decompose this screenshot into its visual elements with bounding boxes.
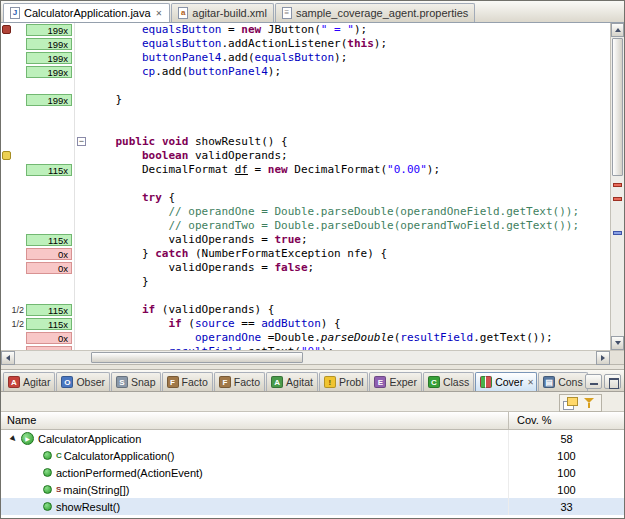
coverage-annotation-column: 199x (13, 51, 74, 65)
code-text[interactable]: equalsButton.addActionListener(this); (87, 37, 610, 51)
code-line: 199x } (1, 93, 610, 107)
horizontal-scroll-track[interactable] (15, 351, 596, 364)
view-tab-agitar[interactable]: AAgitar (3, 372, 55, 391)
editor-tab[interactable]: ≡sample_coverage_agent.properties (275, 3, 475, 22)
method-icon (43, 485, 52, 494)
horizontal-scroll-thumb[interactable] (91, 352, 303, 363)
coverage-count: 115x (26, 234, 72, 246)
view-tab-facto[interactable]: FFacto (214, 372, 265, 391)
marker-column (1, 177, 13, 191)
code-text[interactable]: cp.add(buttonPanel4); (87, 65, 610, 79)
info-mark[interactable] (613, 231, 622, 235)
error-mark[interactable] (613, 183, 622, 187)
console-icon: ▤ (543, 376, 555, 388)
fold-column (74, 149, 87, 163)
table-row[interactable]: actionPerformed(ActionEvent)100 (1, 464, 624, 481)
code-text[interactable]: try { (87, 191, 610, 205)
view-tab-cover[interactable]: Cover✕ (475, 372, 537, 391)
filter-icon[interactable] (582, 396, 598, 410)
code-text[interactable]: DecimalFormat df = new DecimalFormat("0.… (87, 163, 610, 177)
eclipse-window: JCalculatorApplication.java✕aagitar-buil… (0, 0, 625, 519)
coverage-count: 0x (26, 346, 72, 350)
code-text[interactable]: resultField.setText("0"); (87, 345, 610, 350)
layered-windows-icon[interactable] (563, 396, 579, 410)
table-row[interactable]: Smain(String[])100 (1, 481, 624, 498)
code-area[interactable]: 199x equalsButton = new JButton(" = ");1… (1, 23, 610, 350)
code-text[interactable]: operandOne =Double.parseDouble(resultFie… (87, 331, 610, 345)
marker-column (1, 107, 13, 121)
close-icon[interactable]: ✕ (526, 378, 535, 387)
view-tab-probl[interactable]: !Probl (319, 372, 369, 391)
view-tab-label: Agitar (23, 376, 50, 388)
collapse-fold-icon[interactable]: − (77, 137, 86, 146)
code-text[interactable]: } (87, 275, 610, 289)
view-tab-obser[interactable]: OObser (56, 372, 110, 391)
view-tab-label: Snap (131, 376, 156, 388)
error-mark[interactable] (613, 197, 622, 201)
code-text[interactable]: public void showResult() { (87, 135, 610, 149)
code-text[interactable]: } catch (NumberFormatException nfe) { (87, 247, 610, 261)
code-line: // operandOne = Double.parseDouble(opera… (1, 205, 610, 219)
scroll-up-icon[interactable] (611, 23, 624, 37)
view-tab-facto[interactable]: FFacto (162, 372, 213, 391)
minimize-view-icon[interactable] (585, 374, 602, 389)
row-coverage-cell: 100 (509, 467, 624, 479)
tree-expander-icon[interactable]: ▶ (7, 432, 19, 444)
code-text[interactable]: if (source == addButton) { (87, 317, 610, 331)
view-tab-agitat[interactable]: AAgitat (266, 372, 318, 391)
scroll-right-icon[interactable] (596, 351, 610, 365)
close-icon[interactable]: ✕ (155, 9, 164, 18)
code-line: 0x operandOne =Double.parseDouble(result… (1, 331, 610, 345)
row-name-label: actionPerformed(ActionEvent) (56, 467, 203, 479)
code-text[interactable]: validOperands = false; (87, 261, 610, 275)
agitar-marker-icon[interactable] (2, 25, 11, 34)
coverage-annotation-column: 199x (13, 37, 74, 51)
horizontal-scrollbar[interactable] (1, 351, 624, 365)
editor-tab[interactable]: aagitar-build.xml (171, 3, 274, 22)
view-tab-exper[interactable]: EExper (369, 372, 421, 391)
task-marker-icon[interactable] (2, 151, 11, 160)
code-text[interactable]: } (87, 93, 610, 107)
code-line: 1/2115x if (validOperands) { (1, 303, 610, 317)
view-tab-class[interactable]: CClass (423, 372, 474, 391)
table-row[interactable]: ▶▶CalculatorApplication58 (1, 430, 624, 447)
scroll-down-icon[interactable] (611, 336, 624, 350)
code-line (1, 107, 610, 121)
table-row[interactable]: CCalculatorApplication()100 (1, 447, 624, 464)
code-text[interactable]: boolean validOperands; (87, 149, 610, 163)
modifier-decorator: S (56, 485, 61, 494)
coverage-annotation-column: 1/2115x (13, 303, 74, 317)
code-line: 0x } catch (NumberFormatException nfe) { (1, 247, 610, 261)
scroll-left-icon[interactable] (1, 351, 15, 365)
vertical-scroll-thumb[interactable] (612, 38, 623, 176)
coverage-table-header: Name Cov. % (1, 412, 624, 430)
marker-column (1, 121, 13, 135)
fold-column (74, 303, 87, 317)
code-text[interactable]: equalsButton = new JButton(" = "); (87, 23, 610, 37)
modifier-decorator: C (56, 451, 62, 460)
vertical-scrollbar[interactable] (610, 23, 624, 350)
row-name-cell: Smain(String[]) (1, 481, 509, 498)
class-run-icon: ▶ (21, 432, 34, 445)
method-icon (43, 502, 52, 511)
column-header-name[interactable]: Name (1, 412, 509, 429)
table-row[interactable]: showResult()33 (1, 498, 624, 515)
maximize-view-icon[interactable] (604, 374, 621, 389)
code-text[interactable]: if (validOperands) { (87, 303, 610, 317)
code-text[interactable]: buttonPanel4.add(equalsButton); (87, 51, 610, 65)
editor-tab[interactable]: JCalculatorApplication.java✕ (3, 3, 170, 22)
factory-icon: F (219, 376, 231, 388)
fold-column (74, 121, 87, 135)
code-text[interactable]: // operandTwo = Double.parseDouble(opera… (87, 219, 610, 233)
marker-column (1, 65, 13, 79)
coverage-annotation-column (13, 205, 74, 219)
code-text[interactable]: validOperands = true; (87, 233, 610, 247)
code-text[interactable]: // operandOne = Double.parseDouble(opera… (87, 205, 610, 219)
view-tab-snap[interactable]: SSnap (111, 372, 161, 391)
agitar-icon: A (8, 376, 20, 388)
column-header-coverage[interactable]: Cov. % (509, 412, 624, 429)
editor-area[interactable]: 199x equalsButton = new JButton(" = ");1… (1, 23, 624, 351)
coverage-annotation-column (13, 135, 74, 149)
fold-column (74, 233, 87, 247)
view-tab-cons[interactable]: ▤Cons (538, 372, 588, 391)
